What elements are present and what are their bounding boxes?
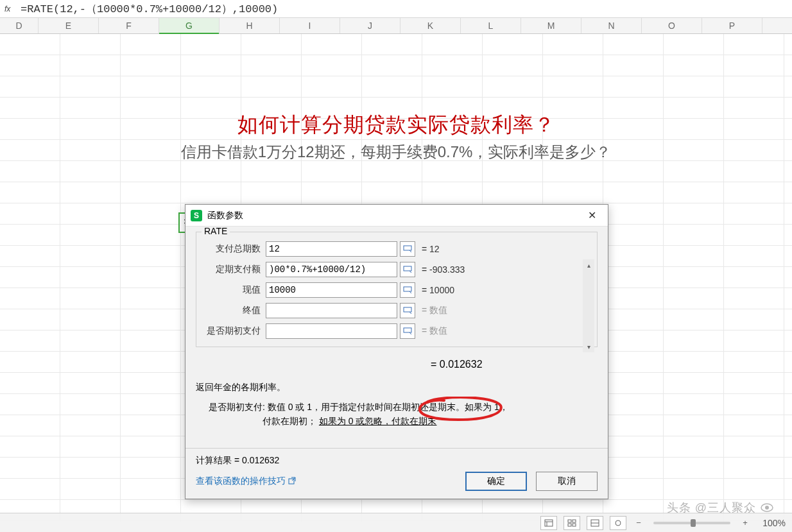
svg-rect-5 xyxy=(404,328,411,332)
fx-icon[interactable]: fx xyxy=(4,3,15,15)
sheet-subtitle: 信用卡借款1万分12期还，每期手续费0.7%，实际利率是多少？ xyxy=(0,142,792,162)
arg-input-nper[interactable] xyxy=(266,241,397,257)
zoom-slider[interactable] xyxy=(653,522,730,524)
arg-row-nper: 支付总期数 = 12 xyxy=(202,241,592,257)
arg-input-pmt[interactable] xyxy=(266,262,397,277)
svg-rect-4 xyxy=(404,307,411,312)
svg-rect-15 xyxy=(572,524,576,526)
svg-rect-3 xyxy=(404,287,411,291)
help-link[interactable]: 查看该函数的操作技巧 xyxy=(196,476,296,487)
svg-rect-12 xyxy=(568,520,571,522)
cancel-button[interactable]: 取消 xyxy=(536,472,598,491)
arg-label: 终值 xyxy=(202,305,266,316)
svg-rect-9 xyxy=(545,520,553,526)
view-pagebreak-icon[interactable] xyxy=(564,516,580,530)
arg-row-fv: 终值 = 数值 xyxy=(202,303,592,318)
arg-label: 现值 xyxy=(202,284,266,296)
formula-input[interactable] xyxy=(18,2,792,16)
col-header-N[interactable]: N xyxy=(581,18,642,33)
dialog-titlebar[interactable]: S 函数参数 ✕ xyxy=(185,205,608,227)
col-header-L[interactable]: L xyxy=(461,18,521,33)
col-header-D[interactable]: D xyxy=(0,18,39,33)
arg-result: = 12 xyxy=(422,244,440,254)
function-name: RATE xyxy=(202,227,230,236)
view-normal-icon[interactable] xyxy=(540,516,557,530)
scroll-down-icon[interactable]: ▾ xyxy=(583,341,594,352)
external-link-icon xyxy=(288,476,296,486)
status-bar: − + 100% xyxy=(0,513,792,532)
column-header-row: D E F G H I J K L M N O P xyxy=(0,18,792,34)
arg-row-pv: 现值 = 10000 xyxy=(202,282,592,298)
col-header-J[interactable]: J xyxy=(340,18,400,33)
col-header-P[interactable]: P xyxy=(702,18,762,33)
sheet-title: 如何计算分期贷款实际贷款利率？ xyxy=(0,111,792,139)
zoom-in-icon[interactable]: + xyxy=(739,517,751,529)
ok-button[interactable]: 确定 xyxy=(465,472,527,491)
range-select-icon[interactable] xyxy=(400,303,415,318)
svg-rect-13 xyxy=(572,520,576,522)
col-header-G[interactable]: G xyxy=(159,18,220,33)
arg-description: 是否期初支付: 数值 0 或 1，用于指定付款时间在期初还是期末。如果为 1， … xyxy=(196,400,598,429)
function-result: = 0.012632 xyxy=(196,359,598,370)
col-header-M[interactable]: M xyxy=(521,18,581,33)
col-header-H[interactable]: H xyxy=(220,18,280,33)
calc-result-row: 计算结果 = 0.012632 xyxy=(185,449,608,467)
col-header-O[interactable]: O xyxy=(642,18,702,33)
zoom-label[interactable]: 100% xyxy=(757,518,786,528)
arg-result: = 数值 xyxy=(422,305,447,316)
range-select-icon[interactable] xyxy=(400,282,415,298)
svg-rect-1 xyxy=(404,246,411,250)
arg-row-pmt: 定期支付额 = -903.333 xyxy=(202,262,592,277)
view-reading-icon[interactable] xyxy=(587,516,603,530)
range-select-icon[interactable] xyxy=(400,262,415,277)
zoom-out-icon[interactable]: − xyxy=(633,517,644,529)
scroll-up-icon[interactable]: ▴ xyxy=(583,259,594,271)
arg-label: 定期支付额 xyxy=(202,264,266,275)
view-misc-icon[interactable] xyxy=(610,516,626,530)
col-header-K[interactable]: K xyxy=(400,18,461,33)
function-box: RATE 支付总期数 = 12 定期支付额 = -903.333 现值 xyxy=(196,232,598,347)
col-header-I[interactable]: I xyxy=(280,18,340,33)
arg-input-fv[interactable] xyxy=(266,303,397,318)
dialog-title: 函数参数 xyxy=(207,210,581,221)
arg-row-type: 是否期初支付 = 数值 xyxy=(202,323,592,339)
col-header-E[interactable]: E xyxy=(39,18,99,33)
arg-input-type[interactable] xyxy=(266,323,397,339)
svg-point-18 xyxy=(616,520,621,526)
arg-result: = 数值 xyxy=(422,325,447,337)
svg-rect-14 xyxy=(568,524,571,526)
args-scrollbar[interactable]: ▴ ▾ xyxy=(583,259,594,352)
arg-input-pv[interactable] xyxy=(266,282,397,298)
app-icon: S xyxy=(191,210,202,221)
arg-label: 支付总期数 xyxy=(202,243,266,255)
arg-result: = 10000 xyxy=(422,285,454,295)
range-select-icon[interactable] xyxy=(400,323,415,339)
col-header-F[interactable]: F xyxy=(99,18,159,33)
function-description: 返回年金的各期利率。 xyxy=(196,382,598,393)
close-icon[interactable]: ✕ xyxy=(581,207,603,225)
svg-rect-2 xyxy=(404,266,411,271)
arg-result: = -903.333 xyxy=(422,264,465,275)
arg-label: 是否期初支付 xyxy=(202,325,266,337)
function-args-dialog: S 函数参数 ✕ RATE 支付总期数 = 12 定期支付额 = -903.33… xyxy=(185,204,608,499)
svg-text:fx: fx xyxy=(4,4,11,13)
formula-bar: fx xyxy=(0,0,792,18)
range-select-icon[interactable] xyxy=(400,241,415,257)
